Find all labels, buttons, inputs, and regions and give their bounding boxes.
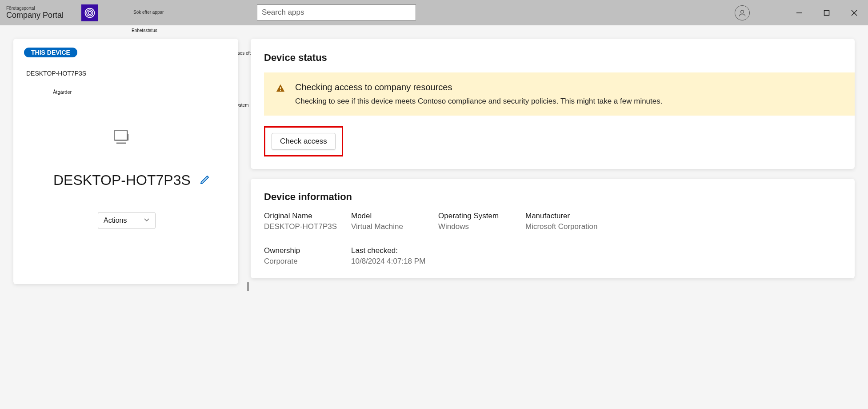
close-button[interactable]	[840, 0, 868, 25]
info-label: Manufacturer	[525, 212, 612, 221]
info-field-ownership: Ownership Corporate	[264, 246, 351, 266]
info-value: DESKTOP-HOT7P3S	[264, 222, 351, 231]
alert-description: Checking to see if this device meets Con…	[295, 97, 662, 106]
check-access-button[interactable]: Check access	[272, 133, 336, 150]
search-input[interactable]: Search apps	[257, 4, 416, 20]
monitor-icon	[114, 130, 131, 146]
info-field-original-name: Original Name DESKTOP-HOT7P3S	[264, 212, 351, 231]
svg-point-3	[741, 10, 744, 13]
svg-rect-5	[824, 10, 829, 15]
text-cursor	[248, 282, 248, 291]
info-value: Corporate	[264, 257, 351, 266]
device-status-title: Device status	[264, 52, 841, 64]
maximize-button[interactable]	[813, 0, 840, 25]
info-label: Last checked:	[351, 246, 438, 255]
svg-rect-8	[115, 131, 128, 140]
svg-point-1	[87, 10, 93, 16]
chevron-down-icon	[144, 217, 150, 225]
info-label: Original Name	[264, 212, 351, 221]
sidebar-actions-label: Åtgärder	[53, 89, 228, 95]
device-card: THIS DEVICE DESKTOP-HOT7P3S Åtgärder DES…	[13, 39, 238, 284]
device-info-title: Device information	[264, 191, 841, 203]
actions-dropdown[interactable]: Actions	[98, 212, 156, 229]
warning-icon	[276, 83, 285, 106]
svg-rect-11	[280, 87, 281, 89]
svg-point-2	[88, 11, 92, 14]
info-field-model: Model Virtual Machine	[351, 212, 438, 231]
info-value: Microsoft Corporation	[525, 222, 612, 231]
alert-title: Checking access to company resources	[295, 82, 662, 92]
profile-avatar-icon[interactable]	[735, 5, 750, 20]
svg-rect-12	[280, 90, 281, 91]
info-field-os: Operating System Windows	[438, 212, 525, 231]
search-small-label: Sök efter appar	[133, 10, 164, 15]
device-info-card: Device information Original Name DESKTOP…	[251, 179, 855, 278]
info-field-last-checked: Last checked: 10/8/2024 4:07:18 PM	[351, 246, 438, 266]
titlebar-small-label: Företagsportal	[6, 6, 64, 11]
search-placeholder: Search apps	[262, 8, 304, 17]
info-value: Windows	[438, 222, 525, 231]
info-field-manufacturer: Manufacturer Microsoft Corporation	[525, 212, 612, 231]
device-status-card: Device status Checking access to company…	[251, 39, 855, 169]
status-alert-banner: Checking access to company resources Che…	[264, 72, 855, 116]
info-label: Model	[351, 212, 438, 221]
titlebar-app-title: Company Portal	[6, 11, 64, 20]
minimize-button[interactable]	[785, 0, 813, 25]
info-value: 10/8/2024 4:07:18 PM	[351, 257, 438, 266]
check-access-highlight: Check access	[264, 126, 343, 156]
titlebar: Företagsportal Company Portal Sök efter …	[0, 0, 868, 25]
app-logo-icon	[81, 4, 98, 21]
edit-pencil-icon[interactable]	[200, 174, 210, 187]
device-title: DESKTOP-HOT7P3S	[53, 172, 191, 188]
actions-dropdown-label: Actions	[104, 217, 127, 225]
info-label: Operating System	[438, 212, 525, 221]
info-label: Ownership	[264, 246, 351, 255]
sidebar-device-name: DESKTOP-HOT7P3S	[26, 70, 228, 77]
this-device-badge: THIS DEVICE	[24, 48, 77, 57]
info-value: Virtual Machine	[351, 222, 438, 231]
